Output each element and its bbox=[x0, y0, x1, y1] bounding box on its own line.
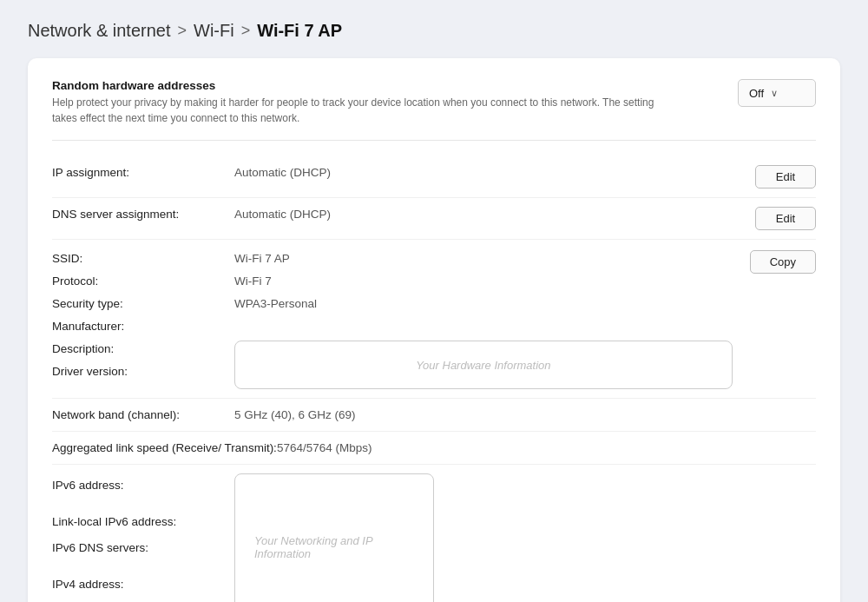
random-hardware-text: Random hardware addresses Help protect y… bbox=[52, 79, 677, 126]
wifi-copy-action: Copy bbox=[733, 248, 816, 274]
ssid-value: Wi-Fi 7 AP bbox=[234, 248, 733, 268]
ipv4-gateway-label: IPv4 default gateway: bbox=[52, 599, 234, 602]
breadcrumb-sep-2: > bbox=[241, 22, 251, 40]
ssid-label: SSID: bbox=[52, 248, 234, 268]
main-card: Random hardware addresses Help protect y… bbox=[28, 58, 840, 602]
breadcrumb-wifi[interactable]: Wi-Fi bbox=[194, 21, 234, 41]
aggregated-link-row: Aggregated link speed (Receive/ Transmit… bbox=[52, 432, 816, 465]
ipv6-labels-col: IPv6 address: Link-local IPv6 address: I… bbox=[52, 473, 234, 602]
protocol-label: Protocol: bbox=[52, 271, 234, 290]
ip-assignment-edit-button[interactable]: Edit bbox=[755, 165, 816, 189]
ip-assignment-row: IP assignment: Automatic (DHCP) Edit bbox=[52, 156, 816, 198]
ipv4-address-label: IPv4 address: bbox=[52, 572, 234, 595]
manufacturer-label: Manufacturer: bbox=[52, 316, 234, 335]
network-band-row: Network band (channel): 5 GHz (40), 6 GH… bbox=[52, 399, 816, 432]
wifi-info-values: Wi-Fi 7 AP Wi-Fi 7 WPA3-Personal Your Ha… bbox=[234, 248, 733, 389]
aggregated-link-label: Aggregated link speed (Receive/ Transmit… bbox=[52, 440, 277, 454]
ip-assignment-label: IP assignment: bbox=[52, 165, 234, 179]
random-hardware-title: Random hardware addresses bbox=[52, 79, 677, 92]
hardware-info-placeholder: Your Hardware Information bbox=[416, 359, 550, 372]
networking-info-box-col: Your Networking and IP Information bbox=[234, 473, 816, 602]
link-local-ipv6-label: Link-local IPv6 address: bbox=[52, 510, 234, 533]
ipv6-spacer bbox=[52, 499, 234, 506]
protocol-value: Wi-Fi 7 bbox=[234, 271, 733, 290]
breadcrumb: Network & internet > Wi-Fi > Wi-Fi 7 AP bbox=[28, 21, 840, 41]
aggregated-link-value: 5764/5764 (Mbps) bbox=[277, 440, 816, 454]
copy-button[interactable]: Copy bbox=[750, 250, 816, 274]
wifi-info-labels: SSID: Protocol: Security type: Manufactu… bbox=[52, 248, 234, 380]
manufacturer-value bbox=[234, 316, 733, 335]
description-label: Description: bbox=[52, 339, 234, 358]
ipv6-networking-section: IPv6 address: Link-local IPv6 address: I… bbox=[52, 465, 816, 602]
breadcrumb-sep-1: > bbox=[178, 22, 187, 40]
ipv4-spacer bbox=[52, 562, 234, 569]
dns-server-row: DNS server assignment: Automatic (DHCP) … bbox=[52, 198, 816, 240]
dns-server-edit-button[interactable]: Edit bbox=[755, 207, 816, 230]
random-hardware-dropdown[interactable]: Off ∨ bbox=[738, 79, 816, 107]
breadcrumb-network-internet[interactable]: Network & internet bbox=[28, 21, 171, 41]
chevron-down-icon: ∨ bbox=[771, 88, 778, 99]
ipv6-address-label: IPv6 address: bbox=[52, 473, 234, 496]
dns-server-value: Automatic (DHCP) bbox=[234, 207, 755, 221]
security-value: WPA3-Personal bbox=[234, 294, 733, 313]
random-hardware-section: Random hardware addresses Help protect y… bbox=[52, 79, 816, 141]
network-band-value: 5 GHz (40), 6 GHz (69) bbox=[234, 407, 816, 421]
dns-server-label: DNS server assignment: bbox=[52, 207, 234, 221]
ip-assignment-value: Automatic (DHCP) bbox=[234, 165, 755, 179]
breadcrumb-wifi-ap: Wi-Fi 7 AP bbox=[257, 21, 342, 41]
dropdown-value: Off bbox=[749, 87, 764, 100]
networking-info-box: Your Networking and IP Information bbox=[234, 473, 434, 602]
random-hardware-desc: Help protect your privacy by making it h… bbox=[52, 95, 677, 126]
hardware-info-box: Your Hardware Information bbox=[234, 341, 733, 389]
networking-info-placeholder: Your Networking and IP Information bbox=[254, 534, 414, 560]
ipv6-dns-label: IPv6 DNS servers: bbox=[52, 536, 234, 559]
security-label: Security type: bbox=[52, 294, 234, 313]
network-band-label: Network band (channel): bbox=[52, 407, 234, 421]
page-wrapper: Network & internet > Wi-Fi > Wi-Fi 7 AP … bbox=[0, 0, 868, 602]
wifi-info-group: SSID: Protocol: Security type: Manufactu… bbox=[52, 240, 816, 399]
dns-server-action: Edit bbox=[755, 207, 816, 230]
driver-label: Driver version: bbox=[52, 361, 234, 380]
ip-assignment-action: Edit bbox=[755, 165, 816, 189]
